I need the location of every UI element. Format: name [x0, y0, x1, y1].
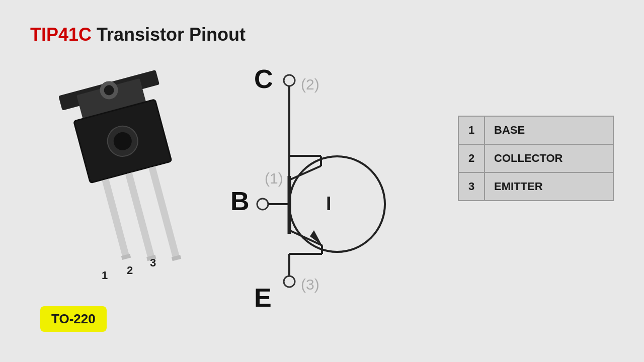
svg-text:B: B	[230, 187, 250, 216]
svg-text:1: 1	[102, 269, 108, 282]
title-part2: Transistor Pinout	[92, 24, 246, 45]
pinout-table: 1BASE2COLLECTOR3EMITTER	[458, 116, 614, 201]
svg-text:3: 3	[150, 256, 156, 269]
svg-text:E: E	[254, 283, 272, 312]
svg-rect-12	[148, 166, 180, 259]
svg-text:(3): (3)	[301, 276, 319, 293]
title-part1: TIP41C	[30, 24, 92, 45]
package-badge: TO-220	[40, 306, 107, 332]
package-badge-label: TO-220	[51, 311, 96, 326]
svg-rect-8	[102, 179, 130, 258]
pin-number: 1	[458, 116, 485, 144]
package-illustration: 1 2 3	[20, 65, 206, 284]
svg-text:C: C	[254, 64, 273, 94]
pin-name: COLLECTOR	[485, 144, 613, 172]
pin-number: 3	[458, 172, 485, 201]
svg-rect-10	[125, 172, 155, 259]
pin-number: 2	[458, 144, 485, 172]
svg-point-62	[284, 276, 295, 287]
svg-text:I: I	[326, 193, 332, 214]
svg-text:2: 2	[127, 264, 133, 277]
svg-text:(1): (1)	[265, 170, 283, 187]
svg-point-43	[284, 75, 295, 86]
pin-name: BASE	[485, 116, 613, 144]
svg-text:(2): (2)	[301, 76, 319, 93]
svg-point-47	[257, 199, 268, 210]
page-title: TIP41C Transistor Pinout	[30, 24, 246, 45]
pin-name: EMITTER	[485, 172, 613, 201]
transistor-schematic-clean: C (2) B (1)	[226, 55, 438, 319]
